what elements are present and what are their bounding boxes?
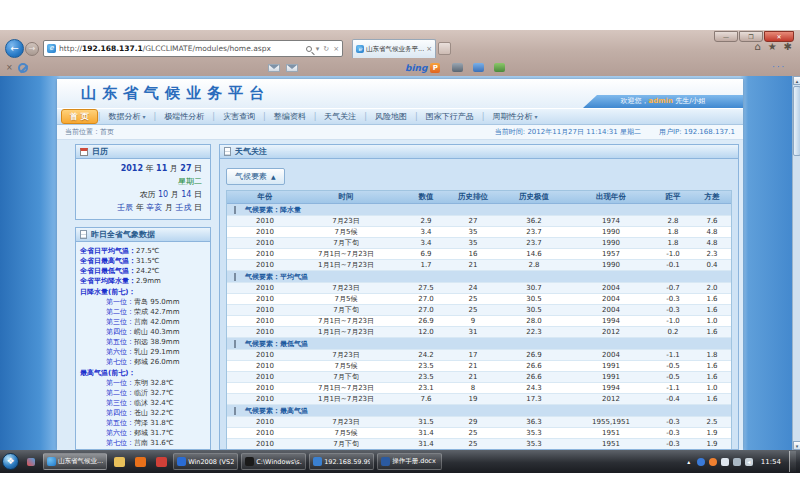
climate-element-button[interactable]: 气候要素 ▲ — [226, 168, 285, 185]
nav-item-5[interactable]: 天气关注 — [316, 110, 364, 123]
cell: 2010 — [243, 239, 287, 247]
new-tab-button[interactable] — [438, 42, 451, 55]
table-row[interactable]: 20101月1日~7月23日1.7212.81990-0.10.4 — [227, 260, 731, 271]
more-options-icon[interactable]: ··· — [772, 63, 786, 72]
table-row[interactable]: 20107月下旬31.42535.31951-0.31.9 — [227, 439, 731, 450]
rank-label: 第一位： — [106, 379, 134, 387]
home-icon[interactable]: ⌂ — [754, 41, 760, 52]
table-row[interactable]: 20107月23日27.52430.72004-0.72.0 — [227, 283, 731, 294]
table-group-row[interactable]: 气候要素：降水量 — [227, 204, 731, 216]
toolbar-close-icon[interactable]: × — [6, 63, 13, 72]
favorites-star-icon[interactable]: ★ — [768, 41, 777, 52]
nav-item-2[interactable]: 极端性分析 — [156, 110, 212, 123]
action-center-flag-icon[interactable] — [721, 458, 729, 466]
taskbar-task-1[interactable]: C:\Windows\s... — [241, 453, 306, 470]
checkbox[interactable] — [234, 206, 236, 214]
table-row[interactable]: 20107月下旬27.02530.52004-0.31.6 — [227, 305, 731, 316]
cell: 2.9 — [405, 217, 447, 225]
scroll-up-icon[interactable]: ▴ — [793, 76, 800, 85]
nav-item-3[interactable]: 灾害查询 — [215, 110, 263, 123]
nav-item-1[interactable]: 数据分析▾ — [101, 110, 154, 123]
tab-close-icon[interactable]: × — [426, 45, 432, 53]
checkbox[interactable] — [234, 273, 236, 281]
network-status-icon[interactable] — [733, 458, 741, 466]
table-row[interactable]: 20101月1日~7月23日12.03122.320120.21.6 — [227, 327, 731, 338]
network-globe-icon[interactable] — [697, 458, 705, 466]
browser-circle-button[interactable] — [152, 453, 170, 470]
scrollbar-thumb[interactable] — [793, 86, 800, 156]
back-button[interactable]: ← — [5, 39, 24, 58]
browser-tab[interactable]: e 山东省气候业务平... × — [352, 39, 436, 58]
sparkle-icon[interactable] — [473, 63, 484, 72]
cell: 2010 — [243, 440, 287, 448]
cell: 35 — [447, 239, 499, 247]
table-row[interactable]: 20107月5候3.43523.719901.84.8 — [227, 227, 731, 238]
address-bar[interactable]: e http://192.168.137.1/GLCCLIMATE/module… — [43, 40, 343, 57]
cell: 2010 — [243, 328, 287, 336]
table-row[interactable]: 20107月5候31.42535.31951-0.31.9 — [227, 428, 731, 439]
cell: -0.3 — [653, 295, 693, 303]
document-icon — [224, 147, 231, 156]
table-row[interactable]: 20107月下旬23.52126.61991-0.51.6 — [227, 372, 731, 383]
search-icon[interactable] — [306, 46, 312, 52]
table-row[interactable]: 20107月1日~7月23日6.91614.61957-1.02.3 — [227, 249, 731, 260]
table-row[interactable]: 20107月1日~7月23日26.9928.01994-1.01.0 — [227, 316, 731, 327]
tools-gear-icon[interactable]: ✱ — [784, 41, 792, 52]
orange-app-icon — [135, 457, 146, 467]
table-row[interactable]: 20107月23日2.92736.219742.87.6 — [227, 216, 731, 227]
table-row[interactable]: 20107月23日24.21726.92004-1.11.8 — [227, 350, 731, 361]
people-icon[interactable] — [494, 63, 505, 72]
taskbar-task-2[interactable]: 192.168.59.99... — [309, 453, 374, 470]
start-button[interactable]: ❖ — [2, 453, 19, 470]
cell: 7月23日 — [287, 283, 405, 293]
mail-send-icon[interactable] — [286, 64, 298, 72]
cell: 17 — [447, 351, 499, 359]
show-desktop-button[interactable] — [789, 451, 796, 472]
table-row[interactable]: 20101月1日~7月23日7.61917.32012-0.41.6 — [227, 394, 731, 405]
cell: 2010 — [243, 384, 287, 392]
orange-app-button[interactable] — [131, 453, 149, 470]
cell: 1.6 — [693, 306, 731, 314]
checkbox[interactable] — [234, 340, 236, 348]
taskbar-task-0[interactable]: Win2008 (VS2... — [173, 453, 238, 470]
nav-item-4[interactable]: 整编资料 — [266, 110, 314, 123]
antivirus-flame-icon[interactable] — [709, 458, 717, 466]
taskbar-task-3[interactable]: 操作手册.docx ... — [377, 453, 442, 470]
cell: 1.8 — [693, 351, 731, 359]
table-row[interactable]: 20107月下旬3.43523.719901.84.8 — [227, 238, 731, 249]
blocked-icon[interactable] — [18, 63, 28, 73]
table-group-row[interactable]: 气候要素：平均气温 — [227, 271, 731, 283]
table-row[interactable]: 20107月5候23.52126.61991-0.51.6 — [227, 361, 731, 372]
nav-item-7[interactable]: 国家下行产品 — [418, 110, 482, 123]
taskbar-ie-task[interactable]: 山东省气候业... — [43, 453, 107, 470]
stat-label: 全省日平均气温： — [80, 247, 136, 255]
cell: 26.9 — [499, 351, 569, 359]
cell: 4.8 — [693, 239, 731, 247]
volume-icon[interactable]: ◂ — [745, 458, 753, 466]
nav-item-8[interactable]: 周期性分析▾ — [484, 110, 545, 123]
checkbox[interactable] — [234, 407, 236, 415]
calendar-panel-title: 日历 — [92, 146, 108, 157]
launcher-icon[interactable] — [22, 453, 40, 470]
cell: 2.8 — [653, 217, 693, 225]
explorer-folder-button[interactable] — [110, 453, 128, 470]
table-row[interactable]: 20107月5候27.02530.52004-0.31.6 — [227, 294, 731, 305]
dropdown-icon[interactable]: ▾ — [316, 45, 320, 53]
refresh-icon[interactable]: ↻ — [323, 45, 329, 53]
camera-icon[interactable] — [452, 63, 463, 72]
bing-logo[interactable]: bing P — [405, 63, 440, 73]
table-group-row[interactable]: 气候要素：最高气温 — [227, 405, 731, 417]
tray-expand-icon[interactable]: ▴ — [685, 458, 693, 466]
page-scrollbar[interactable]: ▴ ▾ — [792, 76, 800, 450]
mail-icon[interactable] — [268, 64, 280, 72]
table-group-row[interactable]: 气候要素：最低气温 — [227, 338, 731, 350]
nav-item-6[interactable]: 风险地图 — [367, 110, 415, 123]
calendar-lunar: 农历 10 月 14 日 — [79, 188, 202, 201]
forward-button[interactable]: → — [25, 42, 39, 56]
rank-label: 第三位： — [106, 399, 134, 407]
table-row[interactable]: 20107月23日31.52936.31955,1951-0.32.5 — [227, 417, 731, 428]
table-row[interactable]: 20107月1日~7月23日23.1824.31994-1.11.0 — [227, 383, 731, 394]
scroll-down-icon[interactable]: ▾ — [793, 441, 800, 450]
stop-icon[interactable]: × — [333, 45, 339, 53]
nav-item-0[interactable]: 首 页 — [61, 109, 98, 124]
